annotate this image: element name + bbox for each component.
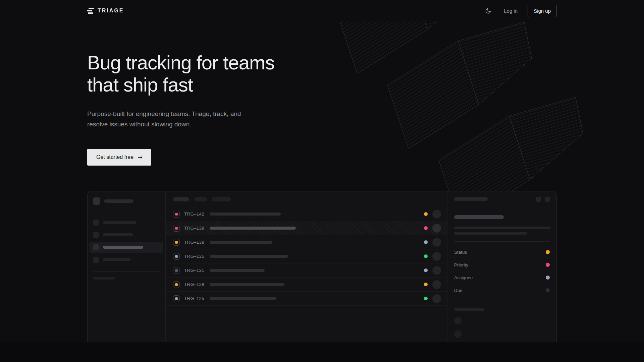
- issue-type-icon: [173, 225, 180, 232]
- issue-id: TRG–142: [184, 212, 206, 217]
- issue-id: TRG–125: [184, 296, 206, 301]
- top-nav: TRIAGE Log in Sign up: [0, 0, 644, 21]
- panel-control-button[interactable]: [545, 197, 550, 202]
- app-mockup: TRG–142 TRG–139 TRG–138 TRG–135 TRG–131 …: [87, 191, 557, 342]
- property-label: Status: [454, 250, 467, 255]
- issue-id: TRG–139: [184, 226, 206, 231]
- property-row[interactable]: Due: [454, 284, 550, 297]
- panel-control-button[interactable]: [536, 197, 541, 202]
- status-dot: [424, 240, 428, 244]
- panel-divider: [454, 241, 550, 242]
- tab-skeleton[interactable]: [212, 197, 231, 201]
- issue-row[interactable]: TRG–139: [166, 221, 447, 235]
- sidebar-item[interactable]: [90, 229, 163, 240]
- page-title: Bug tracking for teams that ship fast: [87, 52, 302, 96]
- issue-title-skeleton: [210, 213, 281, 216]
- sidebar-divider: [93, 271, 160, 272]
- issue-type-icon: [173, 281, 180, 288]
- issue-properties: Status Priority Assignee Due: [454, 246, 550, 297]
- issue-id: TRG–131: [184, 268, 206, 273]
- issue-row[interactable]: TRG–128: [166, 278, 447, 292]
- status-dot: [424, 283, 428, 286]
- get-started-button[interactable]: Get started free →: [87, 149, 151, 166]
- moon-icon: [485, 8, 491, 14]
- footer-band: [0, 342, 644, 362]
- sidebar-item[interactable]: [90, 254, 163, 265]
- sidebar-item-icon: [93, 232, 99, 238]
- login-link[interactable]: Log in: [504, 8, 518, 14]
- property-row[interactable]: Status: [454, 246, 550, 258]
- issue-row[interactable]: TRG–142: [166, 207, 447, 221]
- assignee-avatar[interactable]: [432, 294, 441, 303]
- status-dot: [424, 268, 428, 272]
- issue-id: TRG–138: [184, 240, 206, 245]
- property-value-dot: [546, 250, 550, 254]
- assignee-avatar[interactable]: [432, 280, 441, 289]
- theme-toggle-button[interactable]: [482, 5, 494, 16]
- issue-row[interactable]: TRG–135: [166, 249, 447, 263]
- issue-title-skeleton: [210, 241, 272, 244]
- property-label: Priority: [454, 262, 468, 267]
- activity-avatar: [454, 317, 462, 324]
- list-tabs: [166, 191, 447, 207]
- property-value-dot: [546, 276, 550, 280]
- signup-button[interactable]: Sign up: [528, 5, 557, 17]
- sidebar-item-skeleton: [103, 258, 130, 261]
- property-label: Assignee: [454, 275, 473, 280]
- issue-list: TRG–142 TRG–139 TRG–138 TRG–135 TRG–131 …: [166, 191, 447, 342]
- status-dot: [424, 297, 428, 300]
- sidebar-item-active[interactable]: [90, 242, 163, 253]
- issue-description-skeleton: [454, 232, 527, 235]
- issue-row[interactable]: TRG–138: [166, 235, 447, 249]
- sidebar-item-icon: [93, 220, 99, 226]
- brand-name: TRIAGE: [98, 8, 124, 14]
- sidebar-item-skeleton: [103, 246, 143, 249]
- hero-subtitle: Purpose-built for engineering teams. Tri…: [87, 109, 245, 129]
- status-dot: [424, 212, 428, 216]
- workspace-avatar: [93, 197, 100, 205]
- arrow-right-icon: →: [138, 154, 142, 161]
- property-row[interactable]: Assignee: [454, 271, 550, 284]
- sidebar-item-icon: [93, 244, 99, 250]
- cta-label: Get started free: [96, 154, 133, 160]
- hero-section: Bug tracking for teams that ship fast Pu…: [0, 21, 644, 342]
- issue-type-icon: [173, 239, 180, 246]
- assignee-avatar[interactable]: [432, 224, 441, 233]
- workspace-switcher[interactable]: [93, 197, 160, 205]
- panel-title-skeleton: [454, 197, 488, 201]
- issue-title-skeleton: [210, 297, 276, 300]
- activity-label-skeleton: [454, 308, 484, 311]
- assignee-avatar[interactable]: [432, 238, 441, 247]
- issue-rows: TRG–142 TRG–139 TRG–138 TRG–135 TRG–131 …: [166, 207, 447, 306]
- property-value-dot: [546, 288, 550, 292]
- issue-title-skeleton: [210, 227, 296, 230]
- issue-description-skeleton: [454, 227, 550, 229]
- activity-avatar: [454, 330, 462, 338]
- assignee-avatar[interactable]: [432, 266, 441, 275]
- assignee-avatar[interactable]: [432, 252, 441, 261]
- status-dot: [424, 226, 428, 230]
- sidebar-item-skeleton: [103, 221, 137, 224]
- issue-row[interactable]: TRG–125: [166, 292, 447, 306]
- assignee-avatar[interactable]: [432, 210, 441, 219]
- issue-title-skeleton: [210, 283, 284, 286]
- status-dot: [424, 254, 428, 258]
- issue-type-icon: [173, 211, 180, 218]
- issue-detail-panel: Status Priority Assignee Due: [447, 191, 556, 342]
- tab-skeleton[interactable]: [194, 197, 207, 201]
- sidebar-item-skeleton: [103, 233, 133, 236]
- issue-title-skeleton: [210, 255, 288, 258]
- issue-row[interactable]: TRG–131: [166, 263, 447, 278]
- tab-skeleton-active[interactable]: [173, 197, 189, 201]
- workspace-name-skeleton: [104, 199, 133, 203]
- issue-type-icon: [173, 267, 180, 274]
- brand[interactable]: TRIAGE: [87, 8, 124, 14]
- issue-title-skeleton: [454, 215, 504, 219]
- mockup-sidebar: [88, 191, 166, 342]
- property-row[interactable]: Priority: [454, 258, 550, 271]
- sidebar-section-label-skeleton: [93, 277, 115, 280]
- issue-type-icon: [173, 295, 180, 302]
- sidebar-item[interactable]: [90, 217, 163, 228]
- issue-id: TRG–135: [184, 254, 206, 259]
- issue-title-skeleton: [210, 269, 265, 272]
